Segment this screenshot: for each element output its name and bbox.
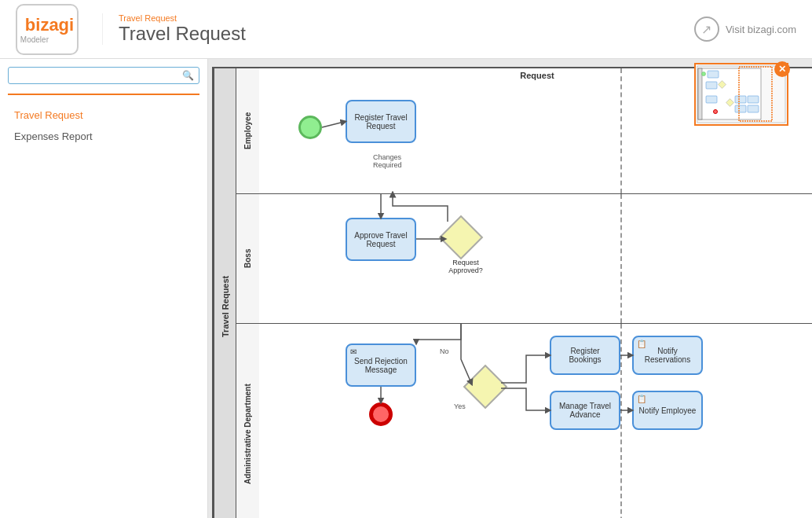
minimap-close-button[interactable]: ✕	[774, 61, 790, 77]
pool-label: Travel Request	[214, 68, 236, 518]
logo-box: bizagi Modeler	[16, 4, 79, 55]
lane-admin-body: ✉ Send Rejection Message Register Bookin…	[259, 324, 812, 518]
task-register-travel-request[interactable]: Register Travel Request	[346, 100, 416, 143]
svg-rect-12	[735, 105, 746, 112]
logo-text: bizagi	[25, 15, 74, 35]
title-area: Travel Request Travel Request	[102, 13, 694, 45]
logo-area: bizagi Modeler	[16, 4, 79, 55]
svg-rect-8	[706, 82, 717, 89]
svg-line-19	[322, 122, 344, 127]
task-send-rejection-message[interactable]: ✉ Send Rejection Message	[346, 343, 416, 387]
end-event	[369, 402, 393, 426]
flow-label-no: No	[440, 347, 449, 355]
lane-admin: Administrative Department ✉ Send Rejecti…	[236, 324, 812, 518]
svg-rect-9	[706, 96, 717, 103]
task-register-bookings[interactable]: Register Bookings	[550, 336, 620, 375]
visit-area[interactable]: ↗ Visit bizagi.com	[694, 17, 796, 42]
flow-label-changes-required: ChangesRequired	[373, 153, 402, 169]
pool-content: Employee Request Register Travel Request…	[236, 68, 812, 518]
sidebar-item-travel-request[interactable]: Travel Request	[8, 105, 199, 126]
search-button[interactable]: 🔍	[182, 70, 194, 81]
notify-reservations-icon: 📋	[637, 340, 646, 348]
external-link-icon: ↗	[694, 17, 719, 42]
sidebar-item-expenses-report[interactable]: Expenses Report	[8, 126, 199, 147]
title-large: Travel Request	[119, 23, 694, 45]
svg-rect-7	[708, 71, 719, 78]
lane-boss: Boss Approve Travel Request Request Appr…	[236, 194, 812, 324]
gateway-approved-label: Request Approved?	[438, 259, 493, 274]
canvas-area: ✕ Travel Request Employee Request	[208, 59, 812, 518]
lane-admin-label: Administrative Department	[236, 324, 259, 518]
gateway-split	[463, 365, 508, 410]
search-input[interactable]	[13, 70, 182, 81]
notify-employee-icon: 📋	[637, 395, 646, 403]
task-notify-employee[interactable]: 📋 Notify Employee	[632, 391, 703, 430]
dashed-line-employee	[620, 68, 622, 193]
lane-boss-label: Boss	[236, 194, 259, 323]
dashed-line-admin	[620, 324, 622, 518]
message-icon: ✉	[350, 347, 357, 356]
admin-lane-arrows	[259, 324, 812, 518]
boss-lane-arrows	[259, 194, 812, 323]
gateway-request-approved	[439, 215, 484, 260]
minimap-svg	[696, 64, 787, 124]
task-approve-travel-request[interactable]: Approve Travel Request	[346, 218, 416, 261]
sidebar-divider	[8, 94, 199, 95]
task-manage-travel-advance[interactable]: Manage Travel Advance	[550, 391, 620, 430]
bpmn-pool: Travel Request Employee Request Register…	[212, 67, 812, 518]
svg-point-14	[702, 72, 706, 76]
svg-rect-6	[698, 68, 702, 119]
flow-label-yes: Yes	[454, 402, 466, 410]
title-small: Travel Request	[119, 13, 694, 23]
svg-rect-11	[748, 96, 759, 103]
lane-employee-label: Employee	[236, 68, 259, 193]
lane-boss-body: Approve Travel Request Request Approved?	[259, 194, 812, 323]
visit-label: Visit bizagi.com	[726, 24, 796, 35]
dashed-line-boss	[620, 194, 622, 323]
task-notify-reservations[interactable]: 📋 Notify Reservations	[632, 336, 703, 375]
svg-point-15	[714, 110, 718, 114]
start-event	[298, 116, 322, 139]
svg-rect-13	[748, 105, 759, 112]
svg-rect-10	[735, 96, 746, 103]
sidebar: 🔍 Travel Request Expenses Report	[0, 59, 208, 518]
logo-sub: Modeler	[20, 35, 74, 44]
